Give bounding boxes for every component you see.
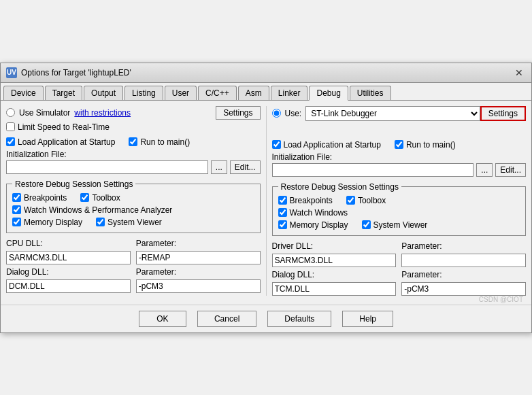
ok-button[interactable]: OK — [139, 311, 186, 327]
right-dialog-dll-input[interactable] — [272, 282, 397, 296]
left-breakpoints-checkbox[interactable] — [12, 193, 21, 202]
tab-device[interactable]: Device — [3, 86, 44, 100]
left-cpu-param-label: Parameter: — [136, 239, 261, 248]
limit-speed-label: Limit Speed to Real-Time — [18, 122, 110, 132]
left-edit-button[interactable]: Edit... — [230, 160, 261, 174]
left-cpu-param-input[interactable] — [136, 251, 261, 264]
left-watch-checkbox[interactable] — [12, 205, 21, 214]
defaults-button[interactable]: Defaults — [267, 311, 331, 327]
left-restore-fieldset: Restore Debug Session Settings Breakpoin… — [6, 179, 261, 233]
left-load-app-checkbox[interactable] — [6, 137, 15, 146]
left-memory-checkbox[interactable] — [12, 218, 21, 226]
right-memory-checkbox[interactable] — [278, 220, 287, 229]
tab-debug[interactable]: Debug — [309, 86, 348, 101]
left-breakpoints-label: Breakpoints — [24, 193, 67, 203]
right-system-viewer-checkbox[interactable] — [362, 220, 371, 229]
right-system-viewer-group: System Viewer — [362, 220, 428, 230]
right-dll-labels-row: Driver DLL: Parameter: — [272, 241, 527, 251]
right-browse-button[interactable]: ... — [476, 163, 493, 177]
right-breakpoints-checkbox[interactable] — [278, 196, 287, 205]
right-watch-checkbox[interactable] — [278, 208, 287, 217]
title-bar: UV Options for Target 'lightupLED' ✕ — [1, 63, 531, 83]
right-watch-label: Watch Windows — [290, 208, 348, 218]
help-button[interactable]: Help — [342, 311, 393, 327]
app-icon: UV — [6, 67, 17, 78]
tab-linker[interactable]: Linker — [271, 86, 308, 100]
tab-output[interactable]: Output — [84, 86, 123, 100]
left-cpu-dll-row — [6, 251, 261, 264]
left-run-to-main-group: Run to main() — [129, 137, 190, 147]
right-watch-row: Watch Windows — [278, 208, 520, 218]
close-button[interactable]: ✕ — [512, 66, 526, 80]
tab-user[interactable]: User — [165, 86, 197, 100]
tab-utilities[interactable]: Utilities — [350, 86, 391, 100]
right-restore-row1: Breakpoints Toolbox — [278, 196, 520, 205]
use-label: Use: — [285, 109, 302, 118]
tab-asm[interactable]: Asm — [238, 86, 269, 100]
right-panel: Use: ST-Link Debugger Settings Load Appl… — [267, 106, 527, 296]
left-memory-group: Memory Display — [12, 218, 82, 227]
left-dialog-param-input[interactable] — [136, 279, 261, 293]
cancel-button[interactable]: Cancel — [197, 311, 256, 327]
window-title: Options for Target 'lightupLED' — [21, 68, 131, 78]
right-driver-dll-input[interactable] — [272, 254, 397, 267]
right-load-app-checkbox[interactable] — [272, 140, 281, 149]
left-dialog-dll-input[interactable] — [6, 279, 131, 293]
right-memory-group: Memory Display — [278, 220, 348, 230]
left-run-to-main-checkbox[interactable] — [129, 137, 137, 146]
right-dialog-dll-row — [272, 282, 527, 296]
right-load-app-group: Load Application at Startup — [272, 140, 381, 150]
right-driver-param-input[interactable] — [401, 254, 526, 267]
with-restrictions-link[interactable]: with restrictions — [74, 108, 131, 118]
debugger-select[interactable]: ST-Link Debugger — [305, 106, 480, 121]
left-watch-label: Watch Windows & Performance Analyzer — [24, 205, 172, 215]
left-toolbox-label: Toolbox — [92, 193, 120, 203]
main-window: UV Options for Target 'lightupLED' ✕ Dev… — [0, 63, 532, 333]
right-spacer — [272, 124, 527, 140]
left-dialog-param-label: Parameter: — [136, 267, 261, 277]
left-dll-section: CPU DLL: Parameter: Dialog DLL: Paramete… — [6, 239, 261, 293]
use-debugger-radio[interactable] — [272, 109, 281, 118]
left-settings-button[interactable]: Settings — [216, 106, 260, 120]
right-edit-button[interactable]: Edit... — [495, 163, 526, 177]
left-init-file-row: ... Edit... — [6, 160, 261, 174]
left-panel: Use Simulator with restrictions Settings… — [6, 106, 267, 296]
right-run-to-main-group: Run to main() — [395, 140, 456, 150]
right-load-row: Load Application at Startup Run to main(… — [272, 140, 527, 150]
left-init-file-label: Initialization File: — [6, 150, 261, 159]
right-breakpoints-label: Breakpoints — [290, 196, 333, 205]
tab-cpp[interactable]: C/C++ — [198, 86, 237, 100]
tab-target[interactable]: Target — [45, 86, 82, 100]
right-settings-button[interactable]: Settings — [480, 106, 526, 121]
tab-listing[interactable]: Listing — [124, 86, 163, 100]
left-restore-row3: Memory Display System Viewer — [12, 218, 254, 227]
right-dialog-param-input[interactable] — [401, 282, 526, 296]
right-toolbox-checkbox[interactable] — [346, 196, 355, 205]
right-restore-fieldset: Restore Debug Session Settings Breakpoin… — [272, 182, 527, 236]
tab-bar: Device Target Output Listing User C/C++ … — [1, 83, 531, 101]
right-dll-section: Driver DLL: Parameter: Dialog DLL: Param… — [272, 241, 527, 296]
left-toolbox-checkbox[interactable] — [80, 193, 89, 202]
left-init-file-input[interactable] — [6, 160, 208, 174]
right-init-file-input[interactable] — [272, 163, 474, 177]
use-simulator-radio[interactable] — [6, 108, 15, 117]
right-driver-dll-label: Driver DLL: — [272, 241, 397, 251]
left-restore-row1: Breakpoints Toolbox — [12, 193, 254, 203]
right-run-to-main-label: Run to main() — [406, 140, 456, 150]
right-restore-row3: Memory Display System Viewer — [278, 220, 520, 230]
content-area: Use Simulator with restrictions Settings… — [1, 101, 531, 296]
left-browse-button[interactable]: ... — [211, 160, 227, 174]
left-memory-label: Memory Display — [24, 218, 82, 227]
left-cpu-dll-input[interactable] — [6, 251, 131, 264]
limit-speed-row: Limit Speed to Real-Time — [6, 122, 261, 132]
right-run-to-main-checkbox[interactable] — [395, 140, 403, 149]
limit-speed-checkbox[interactable] — [6, 122, 15, 131]
right-dialog-dll-label: Dialog DLL: — [272, 270, 397, 279]
left-dialog-dll-row — [6, 279, 261, 293]
left-system-viewer-checkbox[interactable] — [96, 218, 105, 226]
right-restore-legend: Restore Debug Session Settings — [278, 182, 401, 192]
right-use-row: Use: ST-Link Debugger Settings — [272, 106, 527, 121]
right-breakpoints-group: Breakpoints — [278, 196, 333, 205]
left-system-viewer-label: System Viewer — [107, 218, 162, 227]
right-toolbox-group: Toolbox — [346, 196, 386, 205]
